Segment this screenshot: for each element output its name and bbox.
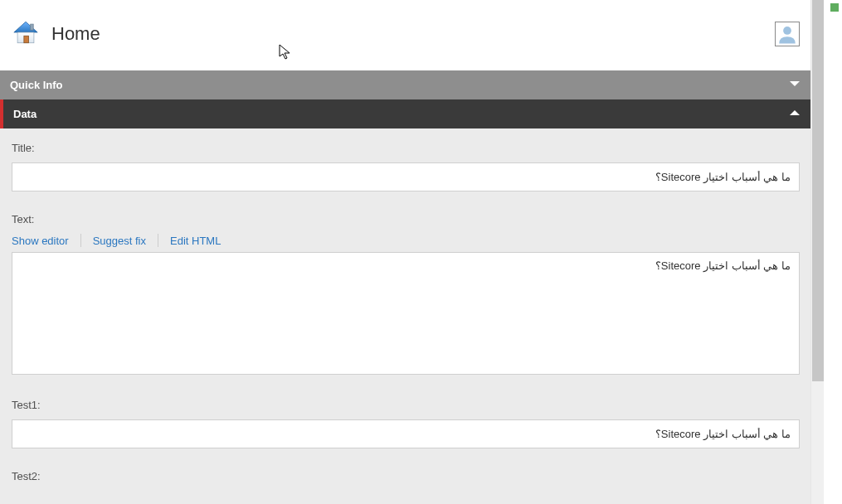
rte-toolbar: Show editor Suggest fix Edit HTML (12, 234, 800, 247)
edit-html-link[interactable]: Edit HTML (158, 235, 232, 246)
scrollbar-track[interactable] (810, 0, 824, 504)
section-quick-info[interactable]: Quick Info (0, 70, 811, 99)
suggest-fix-link[interactable]: Suggest fix (81, 235, 158, 246)
show-editor-link[interactable]: Show editor (12, 235, 80, 246)
field-test2-label: Test2: (12, 470, 800, 482)
chevron-down-icon (788, 77, 801, 93)
field-title: Title: (12, 142, 800, 191)
home-icon (12, 18, 40, 49)
field-text: Text: Show editor Suggest fix Edit HTML … (12, 213, 800, 377)
main-viewport: Home Quick Info Data Title: Text: S (0, 0, 811, 504)
text-area[interactable]: ما هي أسباب اختيار Sitecore؟ (12, 252, 800, 375)
data-section-content: Title: Text: Show editor Suggest fix Edi… (0, 128, 811, 504)
field-test1-label: Test1: (12, 399, 800, 411)
chevron-up-icon (788, 106, 801, 122)
svg-rect-2 (24, 36, 29, 43)
section-data-label: Data (13, 108, 37, 120)
test1-input[interactable] (12, 419, 800, 448)
svg-point-5 (783, 27, 791, 35)
page-title: Home (51, 23, 775, 45)
section-quick-info-label: Quick Info (10, 79, 63, 91)
status-indicator (830, 3, 839, 12)
field-test2: Test2: (12, 470, 800, 482)
right-gutter (824, 0, 842, 504)
page-header: Home (0, 0, 811, 70)
field-title-label: Title: (12, 142, 800, 154)
svg-rect-3 (31, 24, 34, 30)
svg-marker-0 (14, 22, 37, 32)
user-avatar[interactable] (775, 22, 800, 46)
section-data[interactable]: Data (0, 99, 811, 128)
scrollbar-thumb[interactable] (812, 0, 824, 381)
field-test1: Test1: (12, 399, 800, 448)
title-input[interactable] (12, 162, 800, 191)
field-text-label: Text: (12, 213, 800, 225)
